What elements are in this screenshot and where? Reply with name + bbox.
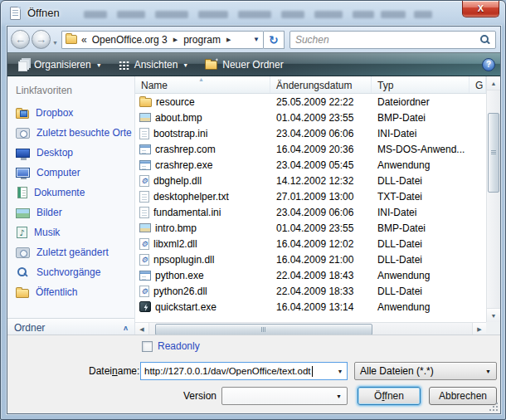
file-row[interactable]: about.bmp01.04.2009 23:55BMP-Datei bbox=[135, 110, 486, 125]
file-row[interactable]: python26.dll22.04.2009 18:33DLL-Datei bbox=[135, 283, 486, 299]
sidebar-item-pictures[interactable]: Bilder bbox=[7, 203, 134, 222]
sidebar-header: Linkfavoriten bbox=[7, 76, 134, 103]
chevron-right-icon[interactable]: ▶ bbox=[226, 37, 231, 43]
file-name: intro.bmp bbox=[155, 222, 197, 234]
file-row[interactable]: quickstart.exe16.04.2009 13:14Anwendung bbox=[135, 299, 486, 315]
breadcrumb-overflow-icon[interactable]: « bbox=[81, 34, 87, 46]
filetype-select[interactable]: Alle Dateien (*.*) ▼ bbox=[354, 362, 497, 380]
public-folder-icon bbox=[16, 289, 29, 298]
version-select[interactable]: ▼ bbox=[221, 387, 348, 405]
version-label: Version bbox=[173, 390, 217, 402]
file-row[interactable]: crashrep.com16.04.2009 20:36MS-DOS-Anwen… bbox=[135, 141, 486, 157]
sidebar-item-public[interactable]: Öffentlich bbox=[7, 282, 134, 302]
chevron-right-icon[interactable]: ▶ bbox=[173, 37, 178, 43]
vertical-scroll-thumb[interactable] bbox=[488, 113, 499, 193]
titlebar[interactable]: Öffnen X bbox=[1, 1, 505, 26]
open-button[interactable]: Öffnen bbox=[358, 387, 421, 405]
search-input[interactable]: Suchen bbox=[289, 31, 496, 49]
dll-file-icon bbox=[139, 238, 149, 250]
filename-input[interactable]: http://127.0.0.1/dav/OpenOffice/text.odt… bbox=[140, 362, 348, 380]
file-row[interactable]: bootstrap.ini23.04.2009 06:06INI-Datei bbox=[135, 125, 486, 141]
file-row[interactable]: intro.bmp01.04.2009 23:55BMP-Datei bbox=[135, 220, 486, 236]
file-row[interactable]: python.exe22.04.2009 18:43Anwendung bbox=[135, 267, 486, 283]
file-type: BMP-Datei bbox=[372, 222, 470, 234]
chevron-down-icon[interactable]: ▼ bbox=[333, 369, 347, 374]
file-date: 22.04.2009 18:33 bbox=[270, 286, 372, 297]
sidebar-item-label: Zuletzt besuchte Orte bbox=[36, 127, 132, 139]
window-title: Öffnen bbox=[27, 7, 60, 19]
column-header-date[interactable]: Änderungsdatum bbox=[270, 76, 372, 93]
image-file-icon bbox=[139, 113, 151, 122]
sidebar-item-recently-changed[interactable]: Zuletzt geändert bbox=[7, 242, 134, 262]
file-date: 01.04.2009 23:55 bbox=[270, 222, 372, 234]
file-row[interactable]: crashrep.exe23.04.2009 05:45Anwendung bbox=[135, 157, 486, 173]
forward-button[interactable]: → bbox=[32, 30, 51, 49]
back-button[interactable]: ← bbox=[11, 30, 30, 49]
file-date: 23.04.2009 05:45 bbox=[270, 159, 372, 171]
file-row[interactable]: desktophelper.txt27.01.2009 13:00TXT-Dat… bbox=[135, 188, 486, 204]
file-row[interactable]: resource25.05.2009 22:22Dateiordner bbox=[135, 94, 486, 110]
filename-value: http://127.0.0.1/dav/OpenOffice/text.odt bbox=[141, 366, 311, 376]
organize-button[interactable]: Organisieren ▼ bbox=[12, 56, 108, 73]
address-dropdown-icon[interactable]: ▼ bbox=[253, 36, 260, 43]
cancel-button[interactable]: Abbrechen bbox=[429, 387, 497, 405]
file-row[interactable]: fundamental.ini23.04.2009 06:06INI-Datei bbox=[135, 204, 486, 220]
close-button[interactable]: X bbox=[462, 1, 499, 17]
computer-icon bbox=[16, 168, 30, 178]
search-icon[interactable] bbox=[479, 34, 490, 45]
sidebar-item-documents[interactable]: Dokumente bbox=[7, 183, 134, 203]
sidebar-item-computer[interactable]: Computer bbox=[7, 163, 134, 183]
dialog-body: ← → ▼ « OpenOffice.org 3 ▶ program ▶ ▼ ↻… bbox=[7, 26, 501, 414]
breadcrumb-item-openoffice[interactable]: OpenOffice.org 3 bbox=[92, 34, 168, 46]
new-folder-button[interactable]: Neuer Ordner bbox=[199, 56, 289, 73]
refresh-button[interactable]: ↻ bbox=[264, 31, 285, 49]
file-row[interactable]: libxml2.dll16.04.2009 12:02DLL-Datei bbox=[135, 236, 486, 252]
shared-folder-icon bbox=[16, 110, 29, 119]
file-row[interactable]: dbghelp.dll14.12.2002 12:32DLL-Datei bbox=[135, 173, 486, 188]
chevron-down-icon: ▼ bbox=[336, 393, 347, 399]
forward-icon: → bbox=[36, 33, 46, 46]
column-header-size[interactable]: G bbox=[470, 76, 486, 93]
breadcrumb[interactable]: « OpenOffice.org 3 ▶ program ▶ ▼ bbox=[61, 31, 264, 49]
sidebar-item-searches[interactable]: Suchvorgänge bbox=[7, 262, 134, 282]
search-placeholder: Suchen bbox=[295, 34, 329, 46]
music-icon: ♪ bbox=[17, 227, 27, 238]
sidebar-item-desktop[interactable]: Desktop bbox=[7, 143, 134, 163]
file-name: bootstrap.ini bbox=[153, 128, 207, 139]
dll-file-icon bbox=[139, 286, 149, 297]
sort-ascending-icon: ▲ bbox=[198, 76, 204, 82]
breadcrumb-item-program[interactable]: program bbox=[183, 34, 221, 46]
views-button[interactable]: Ansichten ▼ bbox=[113, 56, 195, 73]
sidebar-item-music[interactable]: ♪Musik bbox=[7, 222, 134, 242]
file-date: 23.04.2009 06:06 bbox=[270, 128, 372, 139]
readonly-checkbox[interactable] bbox=[142, 341, 153, 352]
application-file-icon bbox=[139, 144, 151, 154]
horizontal-scroll-thumb[interactable] bbox=[155, 324, 372, 335]
file-type: MS-DOS-Anwend... bbox=[372, 144, 470, 155]
resize-grip[interactable] bbox=[489, 402, 499, 412]
views-icon bbox=[119, 60, 129, 70]
help-button[interactable]: ? bbox=[482, 58, 495, 71]
file-date: 27.01.2009 13:00 bbox=[270, 191, 372, 203]
file-name: libxml2.dll bbox=[153, 238, 197, 250]
history-dropdown-icon[interactable]: ▼ bbox=[52, 40, 58, 46]
file-type: DLL-Datei bbox=[372, 286, 470, 297]
scroll-up-button[interactable]: ▲ bbox=[487, 76, 500, 90]
navigation-bar: ← → ▼ « OpenOffice.org 3 ▶ program ▶ ▼ ↻… bbox=[7, 27, 500, 52]
dialog-footer: Readonly Dateiname: http://127.0.0.1/dav… bbox=[7, 335, 500, 413]
file-name: desktophelper.txt bbox=[153, 191, 229, 203]
vertical-scrollbar[interactable]: ▲ ▼ bbox=[486, 76, 500, 322]
document-icon bbox=[10, 7, 21, 20]
application-file-icon bbox=[139, 160, 151, 170]
column-headers: ▲ Name Änderungsdatum Typ G bbox=[135, 76, 486, 94]
readonly-option[interactable]: Readonly bbox=[142, 340, 200, 352]
new-folder-label: Neuer Ordner bbox=[222, 59, 283, 71]
background-window-blur bbox=[117, 11, 145, 18]
folders-expander[interactable]: Ordner ᴧ bbox=[7, 318, 134, 336]
sidebar-item-dropbox[interactable]: Dropbox bbox=[7, 103, 134, 123]
file-type: INI-Datei bbox=[372, 128, 470, 139]
column-header-type[interactable]: Typ bbox=[372, 76, 470, 93]
sidebar-item-recent-places[interactable]: Zuletzt besuchte Orte bbox=[7, 123, 134, 143]
file-row[interactable]: npsoplugin.dll16.04.2009 21:00DLL-Datei bbox=[135, 252, 486, 267]
scroll-down-button[interactable]: ▼ bbox=[487, 308, 500, 322]
